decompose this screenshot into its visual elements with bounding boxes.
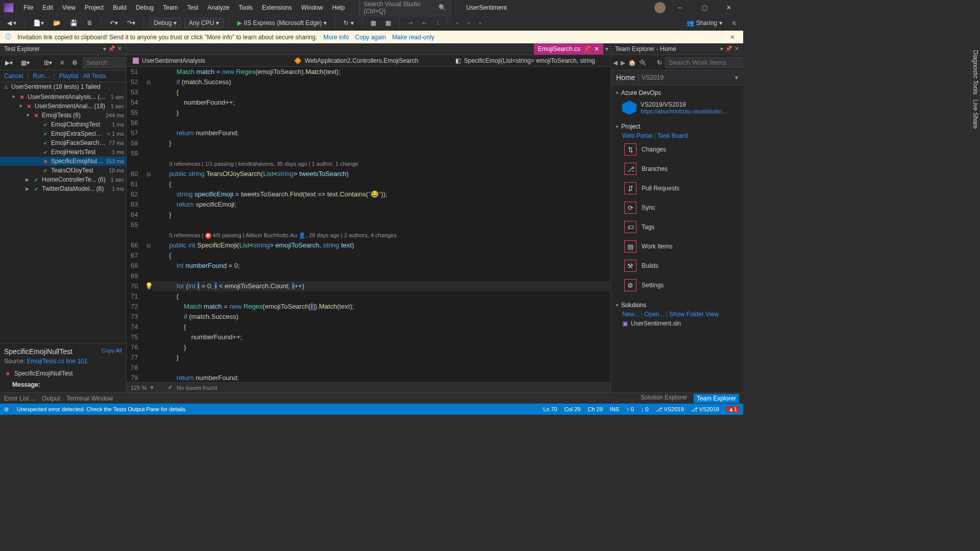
azure-url[interactable]: https://abuchholtzau.visualstudio....: [641, 108, 728, 114]
maximize-button[interactable]: ▢: [694, 1, 715, 15]
make-readonly-link[interactable]: Make read-only: [392, 34, 434, 41]
editor-tab[interactable]: EmojiSearch.cs 📌 ✕: [534, 43, 603, 55]
work-item-search[interactable]: [665, 57, 743, 68]
live-share-button[interactable]: 👥 Sharing ▾: [683, 18, 725, 28]
group-button[interactable]: ⊞▾: [41, 58, 55, 67]
global-search[interactable]: Search Visual Studio (Ctrl+Q) 🔍: [359, 0, 451, 16]
share-icon[interactable]: ⎋: [729, 18, 739, 28]
tile-branches[interactable]: ⎇Branches: [622, 161, 739, 177]
menu-debug[interactable]: Debug: [132, 2, 158, 13]
output-tab[interactable]: Output: [42, 395, 60, 402]
test-node[interactable]: ▼ ✖ UserSentimentAnal... (18) 1 sec: [0, 102, 126, 111]
home-icon[interactable]: 🏠: [628, 59, 636, 66]
project-header[interactable]: Project: [615, 121, 739, 132]
menu-extensions[interactable]: Extensions: [258, 2, 296, 13]
minimize-button[interactable]: ─: [670, 1, 690, 15]
dropdown-icon[interactable]: ▾: [720, 45, 723, 53]
save-button[interactable]: 💾: [67, 18, 81, 28]
refresh-button[interactable]: ↻ ▾: [340, 18, 356, 28]
test-node[interactable]: ✔ EmojiHeartsTest 1 ms: [0, 147, 126, 157]
zoom-level[interactable]: 125 %: [131, 385, 146, 391]
build-config-dropdown[interactable]: Debug ▾: [149, 18, 181, 28]
menu-project[interactable]: Project: [81, 2, 108, 13]
menu-view[interactable]: View: [58, 2, 80, 13]
test-node[interactable]: ✔ TearsOfJoyTest 10 ms: [0, 166, 126, 175]
repo-icon[interactable]: ⎇ VS2019: [656, 406, 684, 413]
pull-icon[interactable]: ↓ 0: [641, 406, 649, 412]
menu-help[interactable]: Help: [328, 2, 349, 13]
test-node[interactable]: ✔ EmojiExtraSpecial... < 1 ms: [0, 129, 126, 138]
test-node[interactable]: ▼ ✖ EmojiTests (6) 244 ms: [0, 111, 126, 120]
run-link[interactable]: Run...: [33, 72, 49, 80]
redo-button[interactable]: ↷▾: [124, 18, 138, 28]
test-node[interactable]: ✖ SpecificEmojiNullT... 153 ms: [0, 157, 126, 166]
new-sln-link[interactable]: New...: [622, 311, 639, 318]
menu-edit[interactable]: Edit: [38, 2, 57, 13]
test-node[interactable]: ▶ ✔ HomeControllerTe... (6) 1 sec: [0, 175, 126, 184]
terminal-tab[interactable]: Terminal Window: [66, 395, 113, 402]
close-icon[interactable]: ✕: [734, 45, 739, 53]
push-icon[interactable]: ↑ 0: [626, 406, 634, 412]
tab-overflow[interactable]: ▾: [603, 43, 610, 55]
close-tab-icon[interactable]: ✕: [594, 45, 599, 53]
test-node[interactable]: ▶ ✔ TwitterDataModel... (6) 1 ms: [0, 184, 126, 193]
menu-tools[interactable]: Tools: [234, 2, 257, 13]
tile-changes[interactable]: ⇅Changes: [622, 141, 739, 158]
pin-icon[interactable]: 📌: [583, 45, 591, 53]
copy-again-link[interactable]: Copy again: [355, 34, 386, 41]
save-all-button[interactable]: 🗎: [84, 18, 96, 28]
solution-explorer-tab[interactable]: Solution Explorer: [641, 394, 687, 403]
test-root[interactable]: ⚠ UserSentiment (18 tests) 1 failed: [0, 82, 126, 91]
nav-project[interactable]: UserSentimentAnalysis: [129, 56, 286, 65]
more-info-link[interactable]: More info: [324, 34, 349, 41]
undo-button[interactable]: ↶▾: [107, 18, 121, 28]
team-explorer-tab[interactable]: Team Explorer: [694, 394, 739, 403]
infobar-close-button[interactable]: ✕: [727, 34, 738, 41]
nav-member[interactable]: ◧ SpecificEmoji(List<string> emojiToSear…: [451, 56, 608, 65]
dropdown-icon[interactable]: ▾: [103, 45, 106, 53]
back-button[interactable]: ◀: [613, 59, 618, 66]
tile-settings[interactable]: ⚙Settings: [622, 277, 739, 293]
new-button[interactable]: 📄▾: [30, 18, 47, 28]
tile-builds[interactable]: ⚒Builds: [622, 258, 739, 274]
task-board-link[interactable]: Task Board: [657, 132, 688, 139]
refresh-icon[interactable]: ↻: [657, 59, 662, 66]
web-portal-link[interactable]: Web Portal: [622, 132, 652, 139]
menu-analyze[interactable]: Analyze: [204, 2, 234, 13]
menu-team[interactable]: Team: [159, 2, 182, 13]
open-button[interactable]: 📂: [50, 18, 64, 28]
menu-build[interactable]: Build: [109, 2, 131, 13]
status-col[interactable]: Col 29: [565, 406, 581, 412]
menu-test[interactable]: Test: [183, 2, 203, 13]
solution-name[interactable]: UserSentiment.sln: [631, 320, 681, 327]
toolbar-icon[interactable]: ▦: [368, 18, 379, 28]
notification-badge[interactable]: ▲1: [726, 406, 739, 412]
filter-button[interactable]: ≡: [57, 58, 67, 67]
tile-pull-requests[interactable]: ⇵Pull Requests: [622, 180, 739, 196]
menu-file[interactable]: File: [19, 2, 37, 13]
test-node[interactable]: ✔ EmojiClothingTest 1 ms: [0, 120, 126, 129]
status-char[interactable]: Ch 29: [587, 406, 602, 412]
run-all-button[interactable]: ▶▾: [2, 58, 16, 67]
platform-dropdown[interactable]: Any CPU ▾: [184, 18, 224, 28]
pin-icon[interactable]: 📌: [108, 45, 115, 53]
open-sln-link[interactable]: Open...: [644, 311, 664, 318]
copy-all-link[interactable]: Copy All: [102, 347, 122, 356]
close-button[interactable]: ✕: [719, 1, 739, 15]
status-line[interactable]: Ln 70: [543, 406, 557, 412]
fwd-button[interactable]: ▶: [621, 59, 625, 66]
run-button[interactable]: ▦▾: [18, 58, 33, 67]
status-ins[interactable]: INS: [610, 406, 619, 412]
menu-window[interactable]: Window: [297, 2, 327, 13]
folder-view-link[interactable]: Show Folder View: [669, 311, 719, 318]
pin-icon[interactable]: 📌: [725, 45, 732, 53]
close-icon[interactable]: ✕: [117, 45, 122, 53]
azure-header[interactable]: Azure DevOps: [615, 87, 739, 98]
source-link[interactable]: EmojiTests.cs line 101: [27, 358, 88, 365]
error-list-tab[interactable]: Error List ...: [4, 395, 36, 402]
cancel-link[interactable]: Cancel: [4, 72, 23, 80]
test-tree[interactable]: ▼ ✖ UserSentimentAnalysis... (18) 1 sec …: [0, 91, 126, 343]
start-button[interactable]: ▶ IIS Express (Microsoft Edge) ▾: [234, 18, 330, 28]
plug-icon[interactable]: 🔌: [639, 59, 647, 66]
code-editor[interactable]: 5152535455565758596061626364656667686970…: [127, 67, 610, 382]
